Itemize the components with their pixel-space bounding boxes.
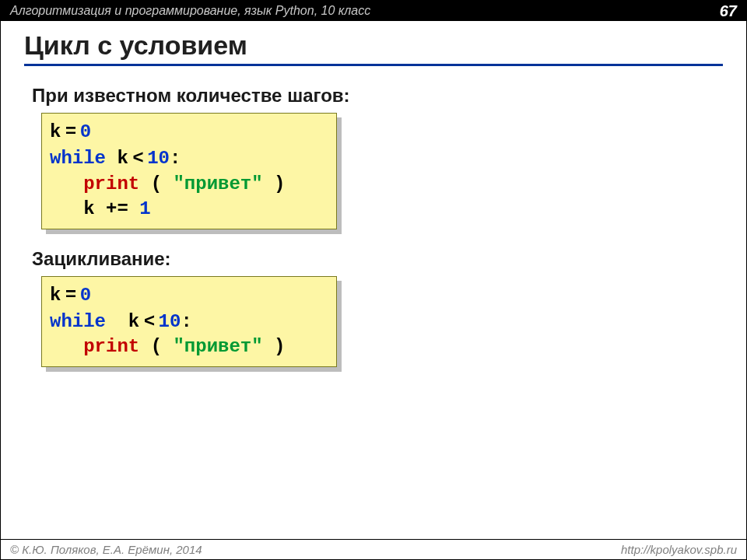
code-token: 0 xyxy=(80,285,91,306)
content-area: При известном количестве шагов: k = 0 wh… xyxy=(1,74,746,381)
code-token: < xyxy=(139,310,158,331)
code-token: < xyxy=(128,146,147,167)
code-token: = xyxy=(61,120,79,141)
title-block: Цикл с условием xyxy=(24,30,723,66)
code-box: k = 0 while k < 10: print ( "привет" ) k… xyxy=(41,113,337,229)
code-token: 10 xyxy=(147,148,170,169)
code-token xyxy=(50,336,83,357)
code-token: k xyxy=(50,285,61,306)
code-token: while xyxy=(50,311,106,332)
code-token: "привет" xyxy=(173,173,262,194)
code-token: = xyxy=(61,283,79,304)
copyright-symbol: © xyxy=(10,543,19,556)
code-token xyxy=(50,173,83,194)
header-subject: Алгоритмизация и программирование, язык … xyxy=(10,4,370,18)
code-box: k = 0 while k < 10: print ( "привет" ) xyxy=(41,276,337,367)
code-block-2: k = 0 while k < 10: print ( "привет" ) xyxy=(41,276,337,367)
code-token: 10 xyxy=(159,311,181,332)
code-token: k xyxy=(106,148,128,169)
code-token: k xyxy=(50,121,61,142)
code-token: ( xyxy=(139,173,173,194)
footer-url: http://kpolyakov.spb.ru xyxy=(621,543,737,556)
code-token: while xyxy=(50,148,106,169)
code-block-1: k = 0 while k < 10: print ( "привет" ) k… xyxy=(41,113,337,229)
code-token: "привет" xyxy=(173,336,262,357)
code-token: : xyxy=(170,148,181,169)
footer-authors: К.Ю. Поляков, Е.А. Ерёмин, 2014 xyxy=(19,543,202,556)
code-token: print xyxy=(83,336,139,357)
code-token: k xyxy=(106,311,139,332)
code-token: 0 xyxy=(80,121,91,142)
code-token: ( xyxy=(139,336,173,357)
slide-title: Цикл с условием xyxy=(24,30,723,64)
code-token: : xyxy=(181,311,191,332)
header-bar: Алгоритмизация и программирование, язык … xyxy=(1,1,746,21)
footer-bar: © К.Ю. Поляков, Е.А. Ерёмин, 2014 http:/… xyxy=(1,539,746,559)
section1-heading: При известном количестве шагов: xyxy=(32,85,715,107)
code-token: ) xyxy=(263,336,286,357)
title-underline xyxy=(24,64,723,66)
code-token: k += xyxy=(50,198,139,219)
code-token: ) xyxy=(263,173,286,194)
section2-heading: Зацикливание: xyxy=(32,248,715,270)
page-number: 67 xyxy=(720,2,737,20)
code-token: 1 xyxy=(139,198,150,219)
footer-copyright: © К.Ю. Поляков, Е.А. Ерёмин, 2014 xyxy=(10,543,202,556)
code-token: print xyxy=(83,173,139,194)
